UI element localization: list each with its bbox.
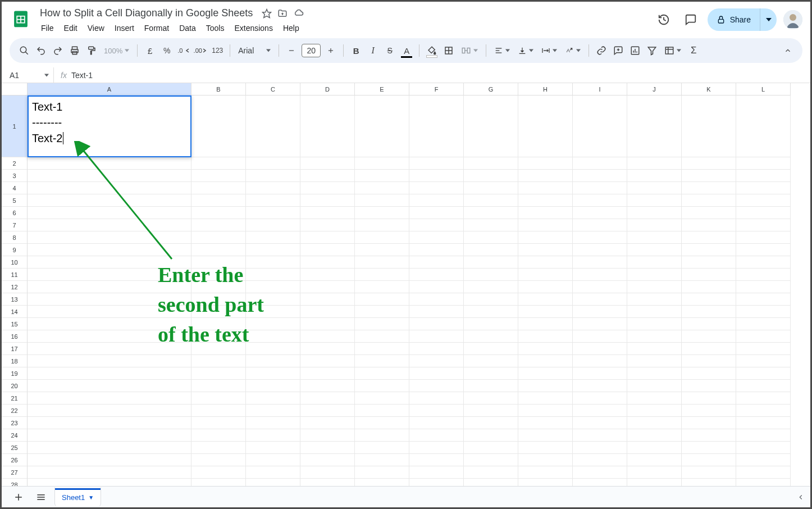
cell[interactable] [736,219,791,231]
row-header[interactable]: 19 [2,367,28,380]
cell[interactable] [682,182,736,194]
cell[interactable] [627,343,682,355]
cell[interactable] [573,454,627,466]
col-header[interactable]: I [573,83,627,96]
row-header[interactable]: 1 [2,96,28,157]
cell[interactable] [300,466,355,479]
cell[interactable] [355,417,409,429]
cell[interactable] [518,170,573,182]
cell[interactable] [409,355,464,367]
cell[interactable] [682,281,736,293]
cell[interactable] [573,330,627,343]
cell[interactable] [573,318,627,330]
row-header[interactable]: 10 [2,256,28,269]
more-formats-button[interactable]: 123 [209,42,225,59]
cell[interactable] [355,318,409,330]
col-header[interactable]: F [409,83,464,96]
cell[interactable] [736,293,791,306]
cell[interactable] [627,269,682,281]
cell[interactable] [409,442,464,454]
cell[interactable] [464,256,518,269]
cell[interactable] [409,293,464,306]
cell[interactable] [191,170,246,182]
cell[interactable] [573,281,627,293]
cell[interactable] [682,429,736,442]
cell[interactable] [518,256,573,269]
cell[interactable] [409,256,464,269]
cell-editing[interactable]: Text-1--------Text-2 [28,96,191,157]
cell[interactable] [682,157,736,170]
cloud-icon[interactable] [293,8,304,19]
cell[interactable] [28,392,191,405]
cell[interactable] [627,293,682,306]
decrease-font-button[interactable] [284,42,299,59]
undo-icon[interactable] [33,42,49,59]
cell[interactable] [409,405,464,417]
cell[interactable] [409,157,464,170]
strikethrough-button[interactable]: S [382,42,398,59]
row-header[interactable]: 9 [2,244,28,256]
cell[interactable] [573,293,627,306]
cell[interactable] [246,392,300,405]
cell[interactable] [573,405,627,417]
cell[interactable] [682,194,736,207]
cell[interactable] [682,306,736,318]
cell[interactable] [246,219,300,231]
cell[interactable] [191,194,246,207]
cell[interactable] [464,157,518,170]
row-header[interactable]: 4 [2,182,28,194]
row-header[interactable]: 24 [2,429,28,442]
cell[interactable] [464,306,518,318]
cell[interactable] [627,244,682,256]
cell[interactable] [300,219,355,231]
cell[interactable] [627,405,682,417]
cell[interactable] [736,466,791,479]
cell[interactable] [464,380,518,392]
cell[interactable] [627,466,682,479]
cell[interactable] [409,207,464,219]
cell[interactable] [355,466,409,479]
cell[interactable] [355,194,409,207]
cell[interactable] [682,269,736,281]
cell[interactable] [246,405,300,417]
cell[interactable] [355,231,409,244]
insert-chart-icon[interactable] [627,42,643,59]
row-header[interactable]: 22 [2,405,28,417]
filter-icon[interactable] [644,42,660,59]
row-header[interactable]: 3 [2,170,28,182]
row-header[interactable]: 28 [2,479,28,486]
cell[interactable] [464,392,518,405]
cell[interactable] [682,479,736,486]
col-header[interactable]: J [627,83,682,96]
cell[interactable] [191,231,246,244]
print-icon[interactable] [67,42,83,59]
cell[interactable] [355,269,409,281]
cell[interactable] [464,318,518,330]
cell[interactable] [300,170,355,182]
cell[interactable] [627,392,682,405]
search-icon[interactable] [16,42,32,59]
col-header[interactable]: L [736,83,791,96]
cell[interactable] [682,207,736,219]
cell[interactable] [627,454,682,466]
cell[interactable] [464,269,518,281]
merge-button[interactable] [458,42,481,59]
comment-icon[interactable] [681,10,701,30]
cell[interactable] [736,281,791,293]
functions-icon[interactable]: Σ [686,42,701,59]
row-header[interactable]: 12 [2,281,28,293]
cell[interactable] [355,293,409,306]
menu-file[interactable]: File [37,21,58,35]
cell[interactable] [246,417,300,429]
valign-button[interactable] [514,42,537,59]
row-header[interactable]: 26 [2,454,28,466]
cell[interactable] [682,293,736,306]
cell[interactable] [464,417,518,429]
cell[interactable] [518,429,573,442]
cell[interactable] [28,182,191,194]
cell[interactable] [355,207,409,219]
cell[interactable] [28,157,191,170]
cell[interactable] [355,429,409,442]
cell[interactable] [573,355,627,367]
cell[interactable] [518,96,573,157]
